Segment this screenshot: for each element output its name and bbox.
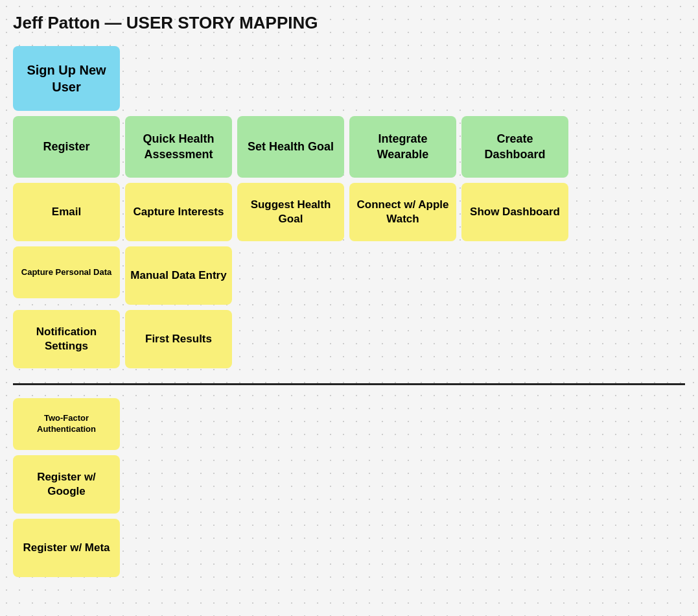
card-create-dashboard[interactable]: Create Dashboard <box>461 116 568 178</box>
card-capture-interests[interactable]: Capture Interests <box>125 183 232 241</box>
card-capture-personal-data[interactable]: Capture Personal Data <box>13 246 120 298</box>
row-3: Capture Personal Data Manual Data Entry <box>13 246 685 305</box>
card-manual-data-entry[interactable]: Manual Data Entry <box>125 246 232 305</box>
row-1: Register Quick Health Assessment Set Hea… <box>13 116 685 178</box>
card-email[interactable]: Email <box>13 183 120 241</box>
card-connect-apple-watch[interactable]: Connect w/ Apple Watch <box>349 183 456 241</box>
card-notification-settings[interactable]: Notification Settings <box>13 310 120 368</box>
card-register-meta[interactable]: Register w/ Meta <box>13 519 120 577</box>
mapping-area: Sign Up New User Register Quick Health A… <box>13 46 685 577</box>
card-show-dashboard[interactable]: Show Dashboard <box>461 183 568 241</box>
card-sign-up-new-user[interactable]: Sign Up New User <box>13 46 120 111</box>
card-quick-health-assessment[interactable]: Quick Health Assessment <box>125 116 232 178</box>
card-integrate-wearable[interactable]: Integrate Wearable <box>349 116 456 178</box>
section-divider <box>13 383 685 385</box>
card-suggest-health-goal[interactable]: Suggest Health Goal <box>237 183 344 241</box>
row-4: Notification Settings First Results <box>13 310 685 368</box>
row-0: Sign Up New User <box>13 46 685 111</box>
card-first-results[interactable]: First Results <box>125 310 232 368</box>
card-register[interactable]: Register <box>13 116 120 178</box>
row-2: Email Capture Interests Suggest Health G… <box>13 183 685 241</box>
card-two-factor-authentication[interactable]: Two-Factor Authentication <box>13 398 120 450</box>
below-section: Two-Factor Authentication Register w/ Go… <box>13 395 685 577</box>
page-title: Jeff Patton — USER STORY MAPPING <box>13 13 685 33</box>
card-set-health-goal[interactable]: Set Health Goal <box>237 116 344 178</box>
card-register-google[interactable]: Register w/ Google <box>13 455 120 514</box>
